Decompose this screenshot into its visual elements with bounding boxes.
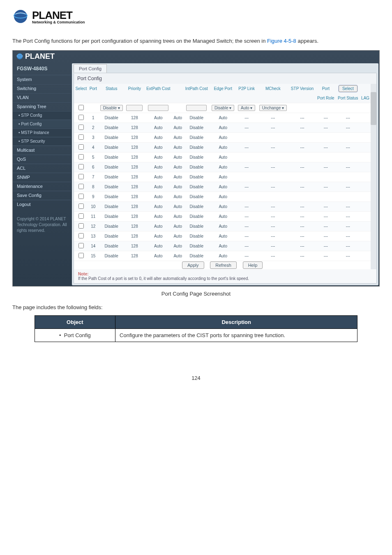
cell-p2p: --- xyxy=(236,211,257,221)
cell-intpath: Disable xyxy=(183,201,210,211)
row-checkbox[interactable] xyxy=(78,233,84,238)
sidebar-item[interactable]: SNMP xyxy=(13,173,71,182)
sidebar-item[interactable]: ACL xyxy=(13,164,71,173)
cell-priority: 128 xyxy=(125,113,144,123)
cell-status: Disable xyxy=(98,192,125,201)
cell-intpath: Disable xyxy=(183,152,210,162)
table-row: 12Disable128AutoAutoDisableAuto---------… xyxy=(74,221,371,231)
cell-intauto: Auto xyxy=(172,113,183,123)
cell-status: Disable xyxy=(98,113,125,123)
row-checkbox[interactable] xyxy=(78,115,84,120)
cell-status: Disable xyxy=(98,251,125,261)
row-checkbox[interactable] xyxy=(78,213,84,219)
sidebar-item[interactable]: Save Config xyxy=(13,191,71,200)
sidebar-item[interactable]: Switching xyxy=(13,84,71,93)
sidebar-item[interactable]: System xyxy=(13,75,71,84)
cell-priority: 128 xyxy=(125,182,144,192)
cell-portrole: --- xyxy=(316,211,336,221)
cell-portstatus: --- xyxy=(336,182,360,192)
row-checkbox[interactable] xyxy=(78,204,84,209)
note-text: If the Path Cost of a port is set to 0, … xyxy=(78,276,249,281)
cell-portrole xyxy=(316,152,336,162)
cell-portstatus: --- xyxy=(336,231,360,241)
sidebar-item[interactable]: Multicast xyxy=(13,146,71,155)
cell-edge: Auto xyxy=(210,182,236,192)
cell-edge: Auto xyxy=(210,162,236,172)
cell-portstatus xyxy=(336,192,360,201)
row-checkbox[interactable] xyxy=(78,243,84,248)
col-portrole: Port Role xyxy=(316,93,336,103)
row-checkbox[interactable] xyxy=(78,125,84,130)
fields-header-object: Object xyxy=(35,315,115,328)
tab-port-config[interactable]: Port Config xyxy=(74,64,107,73)
sidebar-item[interactable]: • Port Config xyxy=(13,120,71,128)
sidebar-item[interactable]: Maintenance xyxy=(13,182,71,191)
cell-intpath: Disable xyxy=(183,162,210,172)
cell-intauto: Auto xyxy=(172,211,183,221)
filter-priority-input[interactable] xyxy=(126,105,143,111)
row-checkbox[interactable] xyxy=(78,144,84,150)
cell-priority: 128 xyxy=(125,221,144,231)
scrollbar[interactable] xyxy=(371,84,376,269)
cell-intauto: Auto xyxy=(172,241,183,251)
sidebar-item[interactable]: • MSTP Instance xyxy=(13,128,71,137)
sidebar-item[interactable]: • STP Security xyxy=(13,137,71,146)
cell-stpversion: --- xyxy=(289,231,316,241)
table-row: 8Disable128AutoAutoDisableAuto----------… xyxy=(74,182,371,192)
intro-paragraph: The Port Config functions for per port c… xyxy=(12,37,380,45)
table-row: 1Disable128AutoAutoDisableAuto----------… xyxy=(74,113,371,123)
select-all-button[interactable]: Select xyxy=(339,85,357,92)
row-checkbox[interactable] xyxy=(78,184,84,189)
cell-stpversion xyxy=(289,192,316,201)
filter-edge-select[interactable]: Disable ▾ xyxy=(212,105,234,111)
cell-stpversion: --- xyxy=(289,241,316,251)
table-row: 5Disable128AutoAutoDisableAuto xyxy=(74,152,371,162)
cell-extpath: Auto xyxy=(144,221,172,231)
cell-mcheck: --- xyxy=(257,162,289,172)
sidebar-item[interactable]: • STP Config xyxy=(13,111,71,120)
cell-port: 5 xyxy=(88,152,98,162)
sidebar-item[interactable]: Logout xyxy=(13,200,71,209)
row-checkbox[interactable] xyxy=(78,194,84,199)
cell-intauto: Auto xyxy=(172,142,183,152)
row-checkbox[interactable] xyxy=(78,223,84,229)
cell-portstatus: --- xyxy=(336,201,360,211)
cell-p2p: --- xyxy=(236,123,257,132)
row-checkbox[interactable] xyxy=(78,174,84,179)
select-all-checkbox[interactable] xyxy=(78,105,84,110)
cell-port: 1 xyxy=(88,113,98,123)
filter-status-select[interactable]: Disable ▾ xyxy=(100,105,123,111)
cell-extpath: Auto xyxy=(144,201,172,211)
brand-header: PLANET Networking & Communication xyxy=(12,8,380,25)
sidebar-item[interactable]: VLAN xyxy=(13,93,71,102)
port-table: Select Port Status Priority ExtPath Cost… xyxy=(74,84,371,269)
scroll-thumb[interactable] xyxy=(371,92,376,125)
cell-edge: Auto xyxy=(210,152,236,162)
fields-header-desc: Description xyxy=(115,315,357,328)
sidebar-item[interactable]: QoS xyxy=(13,155,71,164)
cell-intpath: Disable xyxy=(183,142,210,152)
filter-p2p-select[interactable]: Auto ▾ xyxy=(238,105,255,111)
filter-mcheck-select[interactable]: Unchange ▾ xyxy=(259,105,287,111)
row-checkbox[interactable] xyxy=(78,253,84,258)
intro-before: The Port Config functions for per port c… xyxy=(12,38,267,44)
cell-port: 11 xyxy=(88,211,98,221)
row-checkbox[interactable] xyxy=(78,134,84,140)
cell-status: Disable xyxy=(98,221,125,231)
row-checkbox[interactable] xyxy=(78,154,84,160)
refresh-button[interactable]: Refresh xyxy=(210,261,237,269)
row-checkbox[interactable] xyxy=(78,164,84,169)
cell-portstatus xyxy=(336,172,360,182)
help-button[interactable]: Help xyxy=(243,261,263,269)
sidebar-item[interactable]: Spanning Tree xyxy=(13,102,71,111)
cell-stpversion xyxy=(289,132,316,142)
cell-priority: 128 xyxy=(125,162,144,172)
page-number: 124 xyxy=(12,375,380,381)
cell-intauto: Auto xyxy=(172,152,183,162)
cell-intauto: Auto xyxy=(172,251,183,261)
filter-extpath-input[interactable] xyxy=(148,105,168,111)
filter-intpath-input[interactable] xyxy=(186,105,207,111)
col-intpath: IntPath Cost xyxy=(183,84,210,93)
apply-button[interactable]: Apply xyxy=(182,261,204,269)
cell-priority: 128 xyxy=(125,251,144,261)
